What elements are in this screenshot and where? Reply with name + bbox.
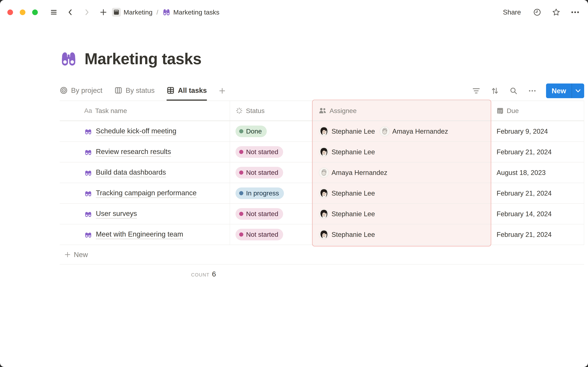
updates-button[interactable] xyxy=(532,7,542,17)
new-page-button[interactable] xyxy=(98,7,108,17)
status-pill[interactable]: Done xyxy=(235,125,267,137)
column-header-due[interactable]: Due xyxy=(491,101,584,120)
calendar-icon xyxy=(497,107,504,114)
status-label: Not started xyxy=(246,210,278,217)
tab-label: By status xyxy=(126,86,155,94)
share-button[interactable]: Share xyxy=(501,7,523,17)
new-button-dropdown[interactable] xyxy=(572,83,584,98)
binoculars-icon xyxy=(84,189,92,197)
column-header-status[interactable]: Status xyxy=(230,101,312,120)
assignee-cell[interactable]: Stephanie Lee xyxy=(312,224,491,245)
stephanie-avatar xyxy=(319,188,329,198)
new-row-button[interactable]: New xyxy=(60,245,584,265)
assignee-name: Stephanie Lee xyxy=(331,210,375,218)
new-button[interactable]: New xyxy=(546,83,584,98)
tasks-table: Aa Task name Status Assignee Due S xyxy=(60,101,584,281)
task-name: User surveys xyxy=(96,209,137,218)
search-button[interactable] xyxy=(509,86,519,96)
sidebar-menu-button[interactable] xyxy=(49,7,59,17)
column-header-task-name[interactable]: Aa Task name xyxy=(60,101,230,120)
task-name: Meet with Engineering team xyxy=(96,230,183,239)
add-view-button[interactable] xyxy=(219,81,225,101)
filter-button[interactable] xyxy=(471,86,481,96)
views-row: By project By status All tasks xyxy=(60,81,584,101)
assignee-name: Stephanie Lee xyxy=(331,190,375,197)
binoculars-icon xyxy=(84,210,92,218)
stephanie-avatar xyxy=(319,147,329,157)
tab-by-project[interactable]: By project xyxy=(60,81,103,101)
due-cell[interactable]: February 21, 2024 xyxy=(491,224,584,245)
tab-label: All tasks xyxy=(178,86,207,94)
clock-icon xyxy=(533,8,541,16)
status-dot xyxy=(239,191,243,195)
due-date: February 14, 2024 xyxy=(497,210,552,218)
table-row: Build data dashboards Not started Amaya … xyxy=(60,162,584,183)
task-name-cell[interactable]: Schedule kick-off meeting xyxy=(60,121,230,142)
page-binoculars-icon[interactable] xyxy=(60,50,78,68)
assignee-cell[interactable]: Amaya Hernandez xyxy=(312,162,491,183)
window-controls xyxy=(7,9,38,15)
page-options-button[interactable] xyxy=(570,7,580,17)
target-icon xyxy=(60,86,68,94)
due-cell[interactable]: February 14, 2024 xyxy=(491,204,584,224)
task-name-cell[interactable]: Meet with Engineering team xyxy=(60,224,230,245)
breadcrumb-item-marketing[interactable]: Marketing xyxy=(112,8,153,17)
task-name: Build data dashboards xyxy=(96,168,166,177)
view-options-button[interactable] xyxy=(527,86,537,96)
zoom-window-button[interactable] xyxy=(32,9,38,15)
due-cell[interactable]: February 21, 2024 xyxy=(491,183,584,203)
status-label: In progress xyxy=(246,190,279,197)
view-tabs: By project By status All tasks xyxy=(60,81,225,101)
status-pill[interactable]: Not started xyxy=(235,167,283,178)
assignee-chip: Stephanie Lee xyxy=(319,147,375,157)
count-calculation[interactable]: COUNT 6 xyxy=(191,270,216,278)
status-cell: Done xyxy=(230,121,312,142)
assignee-cell[interactable]: Stephanie Lee xyxy=(312,142,491,162)
table-footer: COUNT 6 xyxy=(60,265,584,281)
task-name-cell[interactable]: Tracking campaign performance xyxy=(60,183,230,203)
assignee-cell[interactable]: Stephanie Lee xyxy=(312,204,491,224)
favorite-button[interactable] xyxy=(551,7,561,17)
due-cell[interactable]: February 9, 2024 xyxy=(491,121,584,142)
people-icon xyxy=(319,107,327,114)
due-date: February 9, 2024 xyxy=(497,127,548,135)
assignee-chip: Amaya Hernandez xyxy=(319,167,387,178)
board-icon xyxy=(114,86,122,94)
tab-all-tasks[interactable]: All tasks xyxy=(167,81,207,101)
status-cell: Not started xyxy=(230,142,312,162)
close-window-button[interactable] xyxy=(7,9,13,15)
task-name-cell[interactable]: Review research results xyxy=(60,142,230,162)
back-button[interactable] xyxy=(65,7,75,17)
chevron-right-icon xyxy=(83,8,90,16)
view-controls: New xyxy=(471,81,584,101)
topbar: Marketing / Marketing tasks Share xyxy=(0,0,588,25)
due-cell[interactable]: February 21, 2024 xyxy=(491,142,584,162)
task-name-cell[interactable]: User surveys xyxy=(60,204,230,224)
minimize-window-button[interactable] xyxy=(20,9,26,15)
breadcrumb-item-marketing-tasks[interactable]: Marketing tasks xyxy=(162,8,219,16)
assignee-chip: Stephanie Lee xyxy=(319,126,375,136)
plus-icon xyxy=(219,87,225,94)
page-content: Marketing tasks By project By status All… xyxy=(60,49,584,281)
task-name-cell[interactable]: Build data dashboards xyxy=(60,162,230,183)
status-pill[interactable]: Not started xyxy=(235,208,283,220)
sort-button[interactable] xyxy=(490,86,500,96)
table-row: Meet with Engineering team Not started S… xyxy=(60,224,584,245)
status-cell: Not started xyxy=(230,204,312,224)
assignee-name: Amaya Hernandez xyxy=(392,127,448,135)
status-pill[interactable]: Not started xyxy=(235,146,283,158)
assignee-cell[interactable]: Stephanie Lee Amaya Hernandez xyxy=(312,121,491,142)
column-header-assignee[interactable]: Assignee xyxy=(312,101,491,120)
tab-by-status[interactable]: By status xyxy=(114,81,155,101)
nav-controls xyxy=(49,7,108,17)
status-pill[interactable]: In progress xyxy=(235,187,284,199)
forward-button[interactable] xyxy=(82,7,92,17)
task-name: Review research results xyxy=(96,147,171,157)
column-label: Assignee xyxy=(329,107,357,115)
sort-arrows-icon xyxy=(491,87,499,95)
status-pill[interactable]: Not started xyxy=(235,229,283,240)
count-value: 6 xyxy=(212,270,216,278)
due-cell[interactable]: August 18, 2023 xyxy=(491,162,584,183)
assignee-cell[interactable]: Stephanie Lee xyxy=(312,183,491,203)
page-title[interactable]: Marketing tasks xyxy=(85,50,201,68)
